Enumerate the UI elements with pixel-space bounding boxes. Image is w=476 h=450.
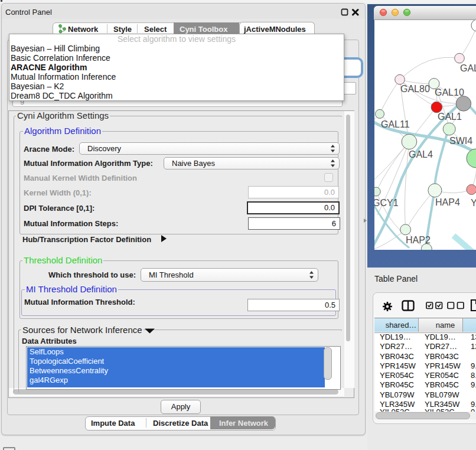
svg-text:GCY1: GCY1 [374, 198, 399, 208]
svg-text:GAL1: GAL1 [438, 112, 462, 122]
svg-text:GAL10: GAL10 [435, 87, 464, 97]
svg-text:SWI4: SWI4 [449, 136, 472, 146]
svg-text:Y: Y [471, 198, 476, 208]
svg-text:GAL11: GAL11 [381, 119, 410, 129]
svg-text:GAL4: GAL4 [409, 149, 433, 159]
svg-text:HAP4: HAP4 [435, 197, 460, 207]
svg-text:GAL: GAL [460, 63, 476, 73]
svg-text:GAL80: GAL80 [400, 84, 430, 94]
svg-text:HAP2: HAP2 [406, 235, 431, 245]
